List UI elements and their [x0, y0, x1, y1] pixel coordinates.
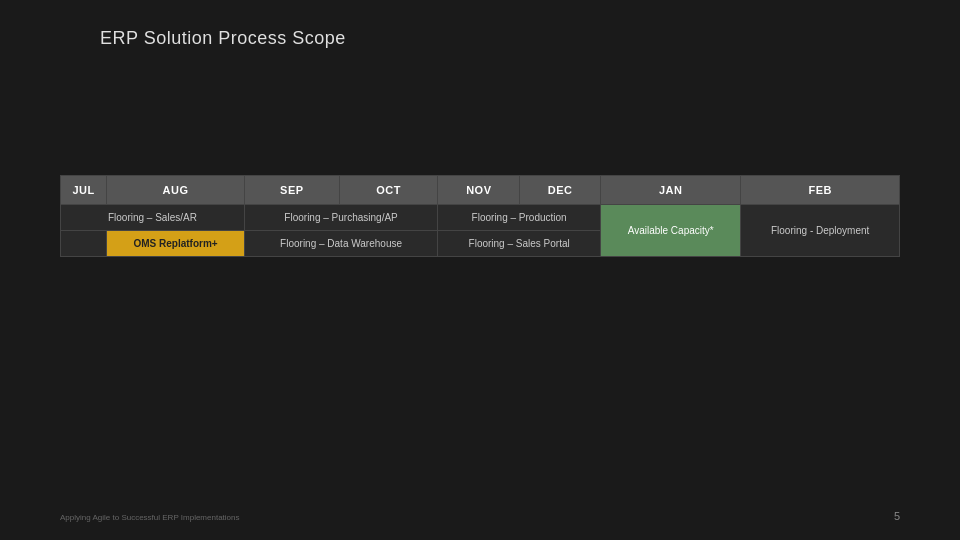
data-row-1: Flooring – Sales/AR Flooring – Purchasin…	[61, 205, 900, 231]
col-feb: FEB	[741, 176, 900, 205]
col-aug: AUG	[107, 176, 245, 205]
header-row: JUL AUG SEP OCT NOV DEC JAN FEB	[61, 176, 900, 205]
cell-available-capacity: Available Capacity*	[601, 205, 741, 257]
cell-flooring-production: Flooring – Production	[438, 205, 601, 231]
schedule-table: JUL AUG SEP OCT NOV DEC JAN FEB Flooring…	[60, 175, 900, 257]
col-dec: DEC	[520, 176, 601, 205]
col-oct: OCT	[339, 176, 438, 205]
page-title: ERP Solution Process Scope	[100, 28, 346, 49]
col-jul: JUL	[61, 176, 107, 205]
cell-flooring-sales-ar: Flooring – Sales/AR	[61, 205, 245, 231]
schedule-table-container: JUL AUG SEP OCT NOV DEC JAN FEB Flooring…	[60, 175, 900, 257]
slide: ERP Solution Process Scope JUL AUG SEP O…	[0, 0, 960, 540]
col-sep: SEP	[244, 176, 339, 205]
cell-empty-jul	[61, 231, 107, 257]
cell-oms-replatform: OMS Replatform+	[107, 231, 245, 257]
col-jan: JAN	[601, 176, 741, 205]
footer-right: 5	[894, 510, 900, 522]
footer-left: Applying Agile to Successful ERP Impleme…	[60, 513, 240, 522]
cell-flooring-sales-portal: Flooring – Sales Portal	[438, 231, 601, 257]
cell-flooring-purchasing: Flooring – Purchasing/AP	[244, 205, 437, 231]
cell-flooring-data-warehouse: Flooring – Data Warehouse	[244, 231, 437, 257]
cell-flooring-deployment: Flooring - Deployment	[741, 205, 900, 257]
col-nov: NOV	[438, 176, 520, 205]
